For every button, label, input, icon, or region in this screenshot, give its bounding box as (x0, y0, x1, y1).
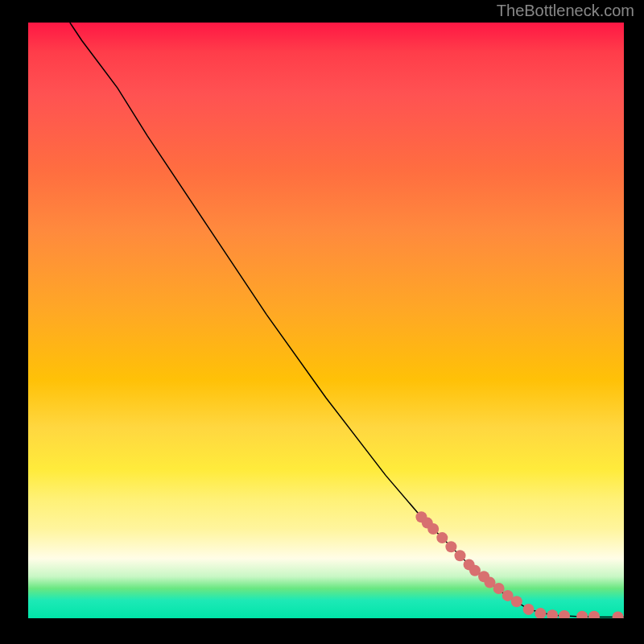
marker-point (559, 610, 570, 618)
marker-point (445, 541, 456, 552)
chart-overlay (28, 23, 624, 618)
marker-point (455, 550, 466, 561)
marker-point (613, 612, 624, 618)
marker-point (535, 608, 546, 618)
marker-point (523, 604, 535, 615)
main-curve (70, 23, 624, 617)
marker-point (511, 596, 522, 607)
plot-area (28, 23, 624, 618)
marker-point (588, 611, 600, 618)
attribution-text: TheBottleneck.com (497, 2, 634, 20)
marker-point (547, 609, 558, 618)
marker-point (576, 611, 588, 618)
marker-point (436, 532, 448, 543)
markers-group (415, 511, 623, 618)
marker-point (427, 523, 439, 535)
marker-point (493, 583, 505, 594)
